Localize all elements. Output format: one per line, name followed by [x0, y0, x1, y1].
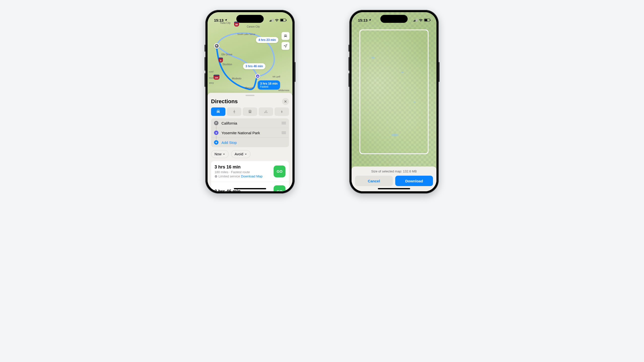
mode-transit[interactable] [243, 107, 257, 116]
add-stop-button[interactable]: + Add Stop [211, 138, 289, 147]
city-label: Elk Grove [222, 53, 232, 56]
depart-now-chip[interactable]: Now [211, 150, 229, 158]
screen-download-map: 15:13 [352, 12, 436, 191]
download-panel: Size of selected map: 132.6 MB Cancel Do… [352, 166, 436, 191]
resize-handle-right[interactable] [428, 89, 428, 95]
phone-right: 15:13 [349, 10, 439, 194]
cellular-icon [270, 19, 274, 21]
flag-icon [214, 121, 218, 125]
cancel-button[interactable]: Cancel [355, 176, 393, 186]
resize-handle-tl[interactable] [360, 29, 364, 34]
callout-time: 3 hrs 16 min [260, 82, 278, 85]
city-label: Stockton [222, 63, 232, 66]
stop-label: Yosemite National Park [222, 131, 278, 135]
go-button[interactable]: GO [274, 165, 286, 177]
stops-list: California ★ Yosemite National Park + Ad… [211, 118, 289, 147]
map-size-label: Size of selected map: 132.6 MB [355, 169, 433, 173]
locate-button[interactable] [282, 42, 290, 50]
map-selection-box[interactable] [360, 29, 428, 154]
location-icon [224, 18, 228, 21]
svg-point-1 [264, 112, 266, 113]
stop-destination[interactable]: ★ Yosemite National Park [211, 128, 289, 138]
download-map-link[interactable]: Download Map [241, 174, 263, 178]
city-label: Modesto [232, 77, 241, 80]
chevron-down-icon [223, 153, 225, 155]
location-icon [368, 18, 372, 21]
destination-pin[interactable] [255, 74, 260, 79]
star-icon: ★ [214, 130, 218, 135]
warn-icon [214, 175, 218, 178]
route-callout[interactable]: 3 hrs 46 min [243, 63, 266, 69]
route-item[interactable]: 3 hrs 16 min 180 miles · Fastest route L… [211, 161, 289, 182]
download-map-area[interactable] [352, 12, 436, 191]
reorder-handle[interactable] [282, 122, 286, 124]
dynamic-island [236, 15, 264, 23]
resize-handle-bottom[interactable] [391, 153, 397, 154]
plus-icon: + [214, 140, 218, 145]
sheet-title: Directions [211, 98, 238, 105]
battery-icon [280, 18, 286, 21]
interstate-shield: 5 [218, 57, 223, 62]
route-extra: Limited service Download Map [214, 174, 270, 178]
close-button[interactable]: ✕ [282, 98, 289, 105]
origin-pin[interactable] [214, 43, 220, 49]
resize-handle-left[interactable] [360, 89, 360, 95]
interstate-shield: 205 [214, 75, 220, 80]
home-indicator[interactable] [378, 188, 410, 189]
options-row: Now Avoid [211, 150, 289, 158]
resize-handle-top[interactable] [391, 29, 397, 30]
city-label: ancy [209, 82, 214, 84]
stop-label: California [222, 121, 278, 125]
transport-mode-row [211, 107, 289, 116]
status-time: 15:13 [214, 18, 224, 22]
transport-mode-button[interactable] [282, 32, 290, 40]
avoid-chip[interactable]: Avoid [231, 150, 250, 158]
go-button[interactable]: GO [274, 185, 286, 191]
city-label: Merced [245, 87, 253, 89]
route-callout-primary[interactable]: 3 hrs 16 min Fastest [258, 80, 280, 90]
dynamic-island [380, 15, 408, 23]
sheet-grabber[interactable] [246, 95, 254, 96]
reorder-handle[interactable] [282, 131, 286, 134]
mode-rideshare[interactable] [274, 107, 289, 116]
wifi-icon [275, 18, 279, 21]
city-label: Wilderness [278, 89, 290, 91]
download-button[interactable]: Download [395, 176, 433, 186]
route-item[interactable]: 3 hrs 46 min GO [211, 182, 289, 191]
directions-sheet[interactable]: Directions ✕ California ★ Yo [208, 93, 292, 191]
city-label: Mt Lyell [272, 75, 280, 78]
chevron-down-icon [244, 153, 247, 155]
cellular-icon [414, 19, 418, 21]
wifi-icon [419, 18, 423, 21]
mode-bike[interactable] [259, 107, 273, 116]
routes-list: 3 hrs 16 min 180 miles · Fastest route L… [211, 161, 289, 191]
stop-origin[interactable]: California [211, 118, 289, 128]
callout-sub: Fastest [260, 85, 278, 88]
route-sub: 180 miles · Fastest route [214, 170, 270, 174]
route-callout[interactable]: 4 hrs 23 min [256, 37, 278, 43]
add-stop-label: Add Stop [222, 140, 286, 145]
city-label: South Lake Tahoe [237, 33, 255, 35]
mode-walk[interactable] [227, 107, 241, 116]
battery-icon [424, 18, 430, 21]
status-time: 15:13 [358, 18, 368, 22]
svg-point-3 [282, 110, 282, 111]
mode-car[interactable] [211, 107, 226, 116]
home-indicator[interactable] [234, 188, 266, 189]
svg-point-0 [234, 110, 234, 111]
phone-left: 15:13 Yuba City Donner Pass Carson City [205, 10, 295, 194]
city-label: mont [209, 77, 214, 79]
screen-directions: 15:13 Yuba City Donner Pass Carson City [208, 12, 292, 191]
svg-point-2 [266, 112, 268, 113]
city-label: Carson City [247, 25, 260, 28]
route-time: 3 hrs 16 min [214, 164, 270, 170]
city-label: cord [209, 70, 214, 73]
